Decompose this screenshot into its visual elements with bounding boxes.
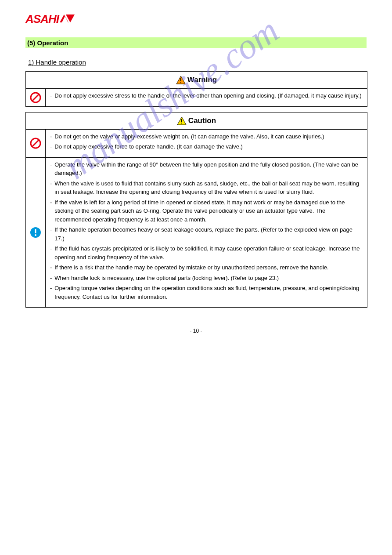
subsection-title: 1) Handle operation: [28, 58, 392, 66]
svg-point-10: [35, 234, 36, 236]
item-text: If the fluid has crystals precipitated o…: [54, 244, 363, 261]
list-item: -When handle lock is necessary, use the …: [50, 274, 363, 283]
caution-row-mandatory: -Operate the valve within the range of 9…: [26, 157, 367, 308]
svg-line-3: [32, 94, 39, 101]
warning-header: Warning: [26, 72, 367, 89]
list-item: - Do not apply excessive stress to the h…: [50, 91, 363, 100]
warning-row: - Do not apply excessive stress to the h…: [26, 89, 367, 106]
warning-box: Warning - Do not apply excessive stress …: [25, 71, 367, 107]
list-item: -If the valve is left for a long period …: [50, 198, 363, 224]
caution-icon-cell-1: [26, 130, 46, 157]
bullet: -: [50, 263, 52, 272]
svg-rect-5: [181, 123, 182, 123]
bullet: -: [50, 244, 52, 261]
list-item: -If there is a risk that the handle may …: [50, 263, 363, 272]
item-text: If the valve is left for a long period o…: [54, 198, 363, 224]
page: ASAHI (5) Operation 1) Handle operation …: [0, 0, 392, 343]
list-item: -If the fluid has crystals precipitated …: [50, 244, 363, 261]
warning-content: - Do not apply excessive stress to the h…: [46, 89, 367, 106]
bullet: -: [50, 91, 52, 100]
bullet: -: [50, 179, 52, 196]
item-text: Do not get on the valve or apply excessi…: [54, 132, 324, 141]
caution-triangle-icon: [177, 116, 187, 125]
bullet: -: [50, 198, 52, 224]
list-item: -If the handle operation becomes heavy o…: [50, 225, 363, 243]
warning-icon-cell: [26, 89, 46, 106]
caution-content-1: - Do not get on the valve or apply exces…: [46, 130, 367, 157]
logo-text: ASAHI: [25, 12, 59, 26]
bullet: -: [50, 160, 52, 178]
svg-rect-0: [180, 78, 181, 81]
list-item: -When the valve is used to fluid that co…: [50, 179, 363, 196]
section-header-text: (5) Operation: [27, 39, 68, 47]
brand-logo: ASAHI: [25, 12, 392, 26]
section-header-bar: (5) Operation: [25, 37, 367, 48]
item-text: Operating torque varies depending on the…: [54, 284, 363, 301]
list-item: -Operating torque varies depending on th…: [50, 284, 363, 301]
bullet: -: [50, 274, 52, 283]
bullet: -: [50, 142, 52, 151]
caution-icon-cell-2: [26, 158, 46, 308]
svg-rect-1: [180, 82, 181, 83]
item-text: Operate the valve within the range of 90…: [54, 160, 363, 178]
list-item: - Do not get on the valve or apply exces…: [50, 132, 363, 141]
caution-content-2: -Operate the valve within the range of 9…: [46, 158, 367, 308]
caution-box: Caution - Do not get on the valve or app…: [25, 112, 367, 308]
item-text: When the valve is used to fluid that con…: [54, 179, 363, 196]
bullet: -: [50, 284, 52, 301]
bullet: -: [50, 225, 52, 243]
caution-header: Caution: [26, 112, 367, 130]
logo-area: ASAHI: [0, 0, 392, 30]
item-text: When handle lock is necessary, use the o…: [54, 274, 279, 283]
list-item: - Do not apply excessive force to operat…: [50, 142, 363, 151]
prohibit-icon: [29, 137, 42, 149]
prohibit-icon: [29, 91, 42, 104]
warning-triangle-icon: [176, 76, 186, 84]
item-text: Do not apply excessive force to operate …: [54, 142, 243, 151]
svg-rect-4: [181, 119, 182, 122]
list-item: -Operate the valve within the range of 9…: [50, 160, 363, 178]
page-number: - 10 -: [0, 328, 392, 334]
logo-av-icon: [60, 14, 79, 25]
caution-header-text: Caution: [188, 116, 216, 125]
item-text: If the handle operation becomes heavy or…: [54, 225, 363, 243]
caution-row-prohibit: - Do not get on the valve or apply exces…: [26, 130, 367, 157]
warning-header-text: Warning: [187, 76, 217, 84]
svg-line-7: [32, 140, 39, 147]
item-text: Do not apply excessive stress to the han…: [54, 91, 361, 100]
svg-rect-9: [35, 229, 36, 233]
mandatory-icon: [29, 226, 42, 239]
item-text: If there is a risk that the handle may b…: [54, 263, 328, 272]
bullet: -: [50, 132, 52, 141]
